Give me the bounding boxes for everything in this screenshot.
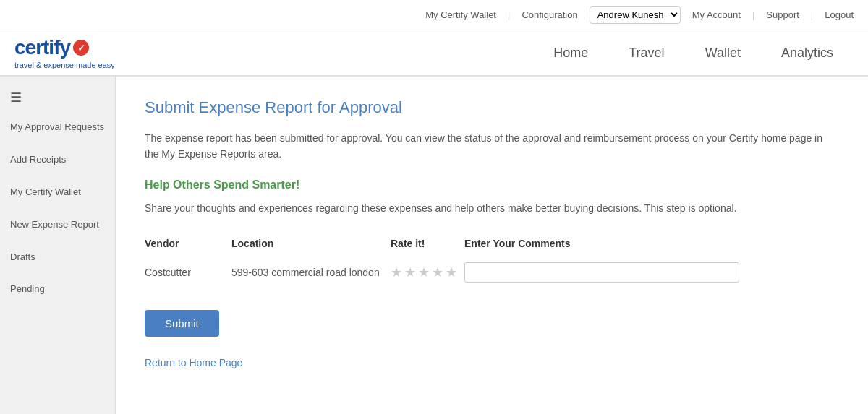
comments-cell <box>464 256 839 288</box>
logo-certify: certify <box>14 36 70 59</box>
rate-cell: ★ ★ ★ ★ ★ <box>391 256 464 288</box>
page-layout: ☰ My Approval Requests Add Receipts My C… <box>0 77 868 414</box>
optional-text: Share your thoughts and experiences rega… <box>145 200 839 216</box>
star-rating[interactable]: ★ ★ ★ ★ ★ <box>391 264 457 280</box>
feedback-table: Vendor Location Rate it! Enter Your Comm… <box>145 233 839 288</box>
submit-button[interactable]: Submit <box>145 310 219 337</box>
logo-text: certify ✓ <box>14 36 89 59</box>
separator-3: | <box>811 9 813 20</box>
vendor-cell: Costcutter <box>145 256 231 288</box>
separator-1: | <box>508 9 510 20</box>
table-row: Costcutter 599-603 commercial road londo… <box>145 256 839 288</box>
support-link[interactable]: Support <box>766 9 799 20</box>
star-4[interactable]: ★ <box>432 264 443 280</box>
separator-2: | <box>752 9 754 20</box>
user-select[interactable]: Andrew Kunesh <box>590 6 681 24</box>
my-certify-wallet-link[interactable]: My Certify Wallet <box>425 9 496 20</box>
col-header-location: Location <box>231 233 391 256</box>
col-header-rate: Rate it! <box>391 233 464 256</box>
hamburger-icon[interactable]: ☰ <box>0 84 115 111</box>
header-top-bar: My Certify Wallet | Configuration Andrew… <box>0 0 868 30</box>
star-3[interactable]: ★ <box>418 264 430 280</box>
sidebar-item-receipts[interactable]: Add Receipts <box>0 144 115 176</box>
star-2[interactable]: ★ <box>404 264 416 280</box>
logo-check-icon: ✓ <box>73 40 89 56</box>
info-text: The expense report has been submitted fo… <box>145 130 839 163</box>
comments-input[interactable] <box>464 262 739 283</box>
main-content: Submit Expense Report for Approval The e… <box>116 77 868 414</box>
star-1[interactable]: ★ <box>391 264 402 280</box>
page-title: Submit Expense Report for Approval <box>145 98 839 117</box>
sidebar-item-drafts[interactable]: Drafts <box>0 241 115 274</box>
star-5[interactable]: ★ <box>446 264 457 280</box>
logout-link[interactable]: Logout <box>825 9 854 20</box>
nav-home[interactable]: Home <box>533 33 608 74</box>
main-nav: Home Travel Wallet Analytics <box>533 33 854 74</box>
sidebar-item-pending[interactable]: Pending <box>0 273 115 306</box>
sidebar-item-approval[interactable]: My Approval Requests <box>0 111 115 144</box>
my-account-link[interactable]: My Account <box>692 9 741 20</box>
return-home-link[interactable]: Return to Home Page <box>145 357 242 368</box>
nav-analytics[interactable]: Analytics <box>761 33 854 74</box>
nav-wallet[interactable]: Wallet <box>685 33 761 74</box>
header-nav-bar: certify ✓ travel & expense made easy Hom… <box>0 30 868 77</box>
col-header-comments: Enter Your Comments <box>464 233 839 256</box>
configuration-link[interactable]: Configuration <box>522 9 577 20</box>
sidebar-item-new-expense[interactable]: New Expense Report <box>0 209 115 241</box>
location-cell: 599-603 commercial road london <box>231 256 391 288</box>
logo-area: certify ✓ travel & expense made easy <box>14 30 115 75</box>
nav-travel[interactable]: Travel <box>608 33 684 74</box>
sidebar: ☰ My Approval Requests Add Receipts My C… <box>0 77 116 414</box>
help-heading: Help Others Spend Smarter! <box>145 178 839 191</box>
col-header-vendor: Vendor <box>145 233 231 256</box>
sidebar-item-wallet[interactable]: My Certify Wallet <box>0 176 115 209</box>
logo-tagline: travel & expense made easy <box>14 61 115 69</box>
